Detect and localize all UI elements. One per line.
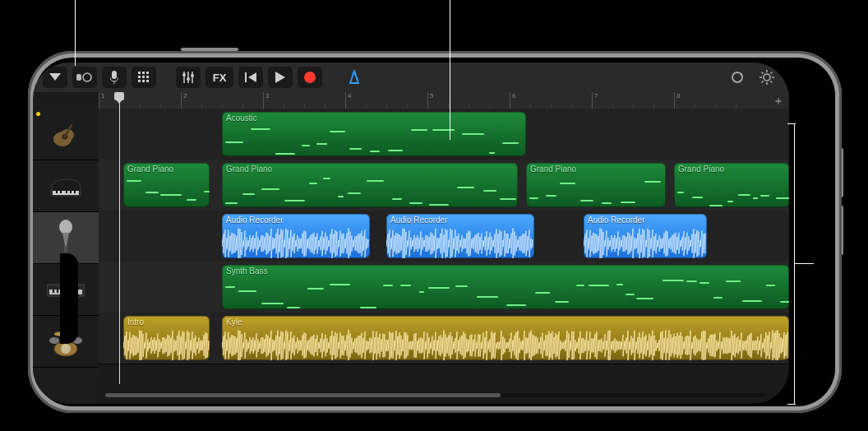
ruler-bar-7: 7 (592, 92, 598, 109)
svg-rect-10 (146, 76, 149, 78)
svg-point-17 (182, 73, 186, 76)
record-icon (304, 72, 316, 83)
svg-point-25 (764, 74, 770, 81)
metronome-button[interactable] (342, 67, 367, 88)
mixer-button[interactable] (176, 67, 201, 88)
ruler-bar-4: 4 (345, 92, 351, 109)
region[interactable]: Audio Recorder (584, 214, 707, 258)
track-header-guitar[interactable] (33, 109, 99, 160)
ruler-bar-5: 5 (427, 92, 433, 109)
svg-rect-5 (138, 72, 141, 74)
svg-point-44 (59, 220, 72, 234)
callout-line (450, 0, 450, 140)
grid-button[interactable] (132, 67, 156, 88)
timeline-ruler[interactable]: 12345678 (99, 92, 789, 109)
tracks-area[interactable]: AcousticGrand PianoGrand PianoGrand Pian… (99, 109, 789, 404)
settings-button[interactable] (755, 67, 779, 88)
svg-marker-22 (275, 72, 285, 83)
svg-rect-13 (146, 80, 149, 82)
ruler-bar-3: 3 (263, 92, 269, 109)
ruler-bar-1: 1 (99, 92, 104, 109)
svg-marker-21 (248, 72, 256, 82)
track-lane[interactable]: Grand PianoGrand PianoGrand PianoGrand P… (99, 160, 789, 211)
track-header-piano[interactable] (33, 160, 99, 212)
region-label: Grand Piano (526, 163, 666, 175)
callout-line (794, 263, 814, 264)
region[interactable]: Grand Piano (526, 163, 666, 207)
region[interactable]: Intro (123, 316, 210, 360)
svg-line-32 (771, 72, 773, 74)
region-label: Synth Bass (222, 265, 789, 277)
callout-line (787, 123, 796, 124)
callout-line (75, 0, 76, 66)
stage: FX 12345678 ＋ (0, 0, 868, 431)
play-button[interactable] (268, 67, 293, 88)
track-lane[interactable]: Audio RecorderAudio RecorderAudio Record… (99, 211, 789, 262)
region-label: Acoustic (222, 112, 526, 124)
svg-rect-3 (112, 71, 117, 79)
region-label: Audio Recorder (386, 214, 534, 226)
add-track-button[interactable]: ＋ (773, 94, 784, 109)
fx-button[interactable]: FX (205, 67, 233, 88)
svg-rect-6 (142, 72, 145, 74)
region[interactable]: Grand Piano (222, 163, 518, 207)
svg-rect-7 (146, 72, 149, 74)
region-label: Kyle (222, 316, 789, 328)
svg-line-30 (762, 72, 764, 74)
svg-rect-49 (57, 290, 58, 293)
record-button[interactable] (298, 67, 322, 88)
ruler-bar-6: 6 (510, 92, 515, 109)
svg-point-18 (187, 77, 190, 81)
browser-menu-button[interactable] (43, 67, 67, 88)
rewind-button[interactable] (238, 67, 263, 88)
app-screen: FX 12345678 ＋ (33, 63, 789, 404)
control-bar: FX (33, 63, 789, 92)
svg-rect-1 (76, 74, 81, 81)
svg-point-2 (83, 73, 91, 81)
svg-point-54 (61, 344, 71, 354)
region-label: Intro (123, 316, 210, 328)
mic-button[interactable] (102, 67, 127, 88)
svg-rect-40 (60, 191, 62, 193)
callout-line (787, 404, 796, 405)
playhead[interactable] (119, 92, 120, 384)
region[interactable]: Kyle (222, 316, 789, 360)
track-indicator-dot (36, 112, 40, 116)
svg-point-19 (191, 74, 194, 77)
track-lane[interactable]: IntroKyle (99, 313, 789, 364)
track-lane[interactable]: Synth Bass (99, 262, 789, 313)
svg-rect-42 (70, 191, 72, 193)
region-label: Grand Piano (674, 163, 789, 175)
region-label: Audio Recorder (584, 214, 707, 226)
region[interactable]: Synth Bass (222, 265, 789, 309)
notch (60, 253, 78, 344)
svg-rect-8 (138, 76, 141, 78)
svg-rect-9 (142, 76, 145, 78)
horizontal-scrollbar[interactable] (105, 393, 764, 397)
svg-point-55 (49, 337, 59, 344)
region-label: Grand Piano (222, 163, 518, 175)
svg-line-33 (762, 81, 764, 83)
svg-rect-11 (138, 80, 141, 82)
region[interactable]: Audio Recorder (222, 214, 370, 258)
loop-button[interactable] (725, 67, 750, 88)
ruler-bar-8: 8 (674, 92, 680, 109)
svg-line-31 (771, 81, 773, 83)
region[interactable]: Acoustic (222, 112, 526, 156)
region[interactable]: Grand Piano (674, 163, 789, 207)
ruler-bar-2: 2 (181, 92, 187, 109)
svg-marker-0 (49, 73, 61, 81)
instrument-button[interactable] (72, 67, 97, 88)
svg-rect-12 (142, 80, 145, 82)
region[interactable]: Grand Piano (123, 163, 210, 207)
svg-rect-45 (64, 246, 67, 253)
svg-rect-39 (56, 191, 58, 193)
svg-rect-48 (53, 290, 54, 293)
svg-rect-41 (66, 191, 67, 193)
svg-point-24 (732, 72, 742, 82)
region[interactable]: Audio Recorder (386, 214, 534, 258)
scrollbar-thumb[interactable] (105, 393, 501, 397)
callout-line (794, 123, 795, 405)
region-label: Grand Piano (123, 163, 210, 175)
track-lane[interactable]: Acoustic (99, 109, 789, 160)
